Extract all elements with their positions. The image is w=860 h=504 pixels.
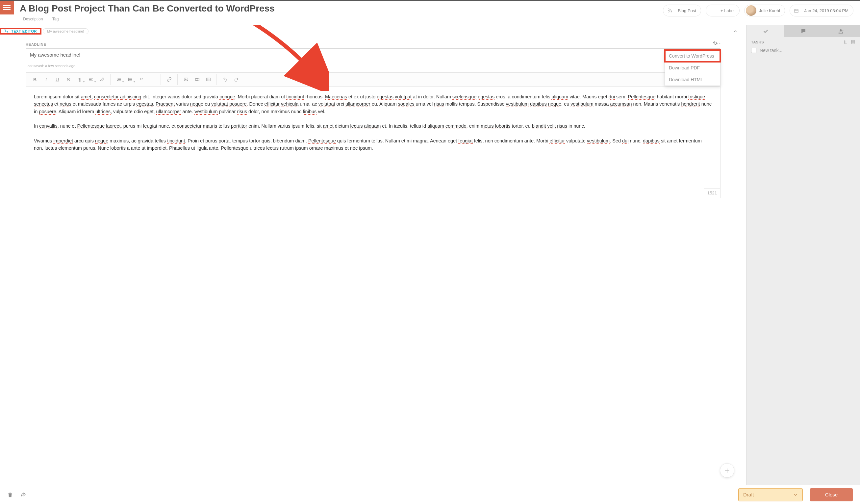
add-label-pill[interactable]: + Label	[706, 4, 740, 16]
headline-input[interactable]	[26, 48, 720, 61]
undo-icon	[223, 77, 228, 82]
redo-button[interactable]	[231, 74, 242, 85]
svg-rect-10	[206, 78, 210, 81]
chevron-up-icon	[733, 29, 737, 33]
table-button[interactable]	[203, 74, 214, 85]
datetime-pill[interactable]: Jan 24, 2019 03:04 PM	[790, 4, 854, 16]
svg-point-11	[840, 29, 842, 31]
add-section-button[interactable]: +	[720, 463, 734, 478]
share-icon	[20, 492, 26, 498]
status-select[interactable]: Draft	[738, 488, 803, 501]
unordered-list-button[interactable]	[124, 74, 135, 85]
svg-text:T: T	[6, 31, 8, 33]
collapse-editor-button[interactable]	[733, 29, 746, 33]
page-title: A Blog Post Project Than Can Be Converte…	[20, 3, 657, 14]
user-name: Julie Kuehl	[759, 8, 780, 13]
clear-format-button[interactable]	[96, 74, 108, 85]
svg-rect-12	[851, 41, 855, 44]
svg-point-4	[128, 78, 129, 78]
sidebar-tab-people[interactable]	[822, 25, 860, 37]
rss-icon	[664, 5, 675, 16]
person-add-icon	[838, 28, 844, 34]
right-sidebar: TASKS New task...	[746, 25, 860, 485]
text-editor-icon: TT	[4, 29, 9, 34]
svg-rect-9	[195, 78, 198, 80]
gear-icon	[713, 41, 718, 46]
share-button[interactable]	[20, 492, 26, 498]
add-tag-link[interactable]: + Tag	[49, 17, 59, 21]
check-icon	[763, 28, 769, 34]
dropdown-download-pdf[interactable]: Download PDF	[665, 62, 720, 74]
grid-icon	[851, 40, 856, 44]
bold-button[interactable]: B	[29, 74, 41, 85]
eraser-icon	[100, 77, 105, 82]
comment-icon	[801, 28, 806, 34]
editor-settings-button[interactable]: ▾	[713, 41, 720, 46]
trash-icon	[7, 492, 13, 498]
headline-label: HEADLINE	[26, 42, 720, 46]
undo-button[interactable]	[219, 74, 231, 85]
content-type-pill[interactable]: Blog Post	[663, 4, 701, 16]
align-button[interactable]	[85, 74, 96, 85]
label-placeholder-icon	[707, 5, 718, 16]
datetime-text: Jan 24, 2019 03:04 PM	[804, 8, 848, 13]
svg-point-5	[128, 79, 129, 80]
link-icon	[167, 77, 172, 82]
rich-text-toolbar: B I U S ¶ —	[26, 72, 720, 86]
headline-chip[interactable]: My awesome headline!	[43, 28, 88, 34]
sidebar-tab-checklist[interactable]	[746, 25, 784, 37]
new-task-row[interactable]: New task...	[751, 48, 856, 53]
delete-button[interactable]	[7, 492, 13, 498]
dropdown-convert-wordpress[interactable]: Convert to WordPress	[665, 50, 720, 62]
sidebar-tab-comments[interactable]	[784, 25, 822, 37]
editor-content[interactable]: Lorem ipsum dolor sit amet, consectetur …	[26, 86, 720, 198]
table-icon	[206, 77, 211, 82]
quote-icon	[139, 77, 144, 82]
chevron-down-icon: ▾	[719, 42, 720, 45]
text-editor-chip[interactable]: TT TEXT EDITOR	[0, 29, 41, 34]
paragraph-format-button[interactable]: ¶	[74, 74, 85, 85]
footer-bar: Draft Close	[0, 485, 860, 504]
image-button[interactable]	[180, 74, 191, 85]
top-header: A Blog Post Project Than Can Be Converte…	[0, 1, 860, 25]
chevron-down-icon	[793, 492, 798, 497]
italic-button[interactable]: I	[41, 74, 52, 85]
quote-button[interactable]	[135, 74, 147, 85]
paragraph-1: Lorem ipsum dolor sit amet, consectetur …	[34, 93, 712, 115]
video-button[interactable]	[191, 74, 203, 85]
ul-icon	[128, 77, 133, 82]
dropdown-download-html[interactable]: Download HTML	[665, 74, 720, 86]
ol-icon	[116, 77, 121, 82]
link-button[interactable]	[163, 74, 175, 85]
add-label-text: + Label	[720, 8, 735, 13]
paragraph-2: In convallis, nunc et Pellentesque laore…	[34, 123, 712, 130]
last-saved-text: Last saved: a few seconds ago	[26, 64, 720, 68]
paragraph-3: Vivamus imperdiet arcu quis neque maximu…	[34, 137, 712, 152]
new-task-placeholder: New task...	[760, 48, 782, 53]
underline-button[interactable]: U	[52, 74, 63, 85]
align-icon	[88, 77, 94, 82]
add-description-link[interactable]: + Description	[20, 17, 43, 21]
strikethrough-button[interactable]: S	[63, 74, 74, 85]
tasks-heading: TASKS	[751, 40, 764, 44]
calendar-icon	[791, 5, 802, 16]
editor-settings-dropdown: Convert to WordPress Download PDF Downlo…	[664, 50, 720, 86]
menu-hamburger-button[interactable]	[0, 1, 14, 14]
status-label: Draft	[743, 492, 754, 498]
close-button[interactable]: Close	[810, 488, 853, 501]
avatar	[746, 5, 756, 16]
video-icon	[195, 77, 200, 82]
hr-button[interactable]: —	[147, 74, 158, 85]
sort-icon	[843, 40, 847, 44]
sort-tasks-button[interactable]	[843, 40, 847, 44]
svg-text:T: T	[4, 29, 6, 33]
task-checkbox[interactable]	[751, 48, 756, 53]
ordered-list-button[interactable]	[113, 74, 124, 85]
content-type-label: Blog Post	[678, 8, 696, 13]
word-count: 1521	[704, 188, 720, 198]
svg-point-6	[128, 80, 129, 81]
svg-rect-1	[794, 9, 798, 13]
image-icon	[184, 77, 188, 82]
user-pill[interactable]: Julie Kuehl	[744, 4, 785, 16]
task-template-button[interactable]	[851, 40, 856, 44]
